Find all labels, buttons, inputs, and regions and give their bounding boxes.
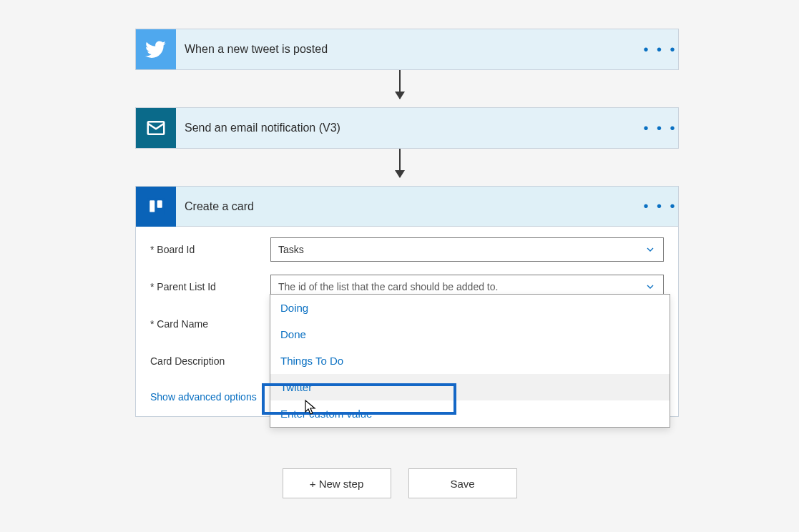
- step-title: Create a card: [176, 200, 642, 213]
- parent-list-placeholder: The id of the list that the card should …: [278, 281, 498, 292]
- field-label: * Parent List Id: [150, 281, 270, 292]
- step-twitter-trigger[interactable]: When a new tweet is posted • • •: [135, 29, 679, 70]
- dropdown-item-custom[interactable]: Enter custom value: [270, 400, 670, 427]
- dropdown-item-doing[interactable]: Doing: [270, 295, 670, 321]
- parent-list-dropdown: Doing Done Things To Do Twitter Enter cu…: [270, 294, 670, 428]
- twitter-icon: [136, 29, 176, 69]
- mail-icon: [136, 108, 176, 148]
- step-header[interactable]: Send an email notification (V3) • • •: [136, 108, 678, 148]
- step-menu-button[interactable]: • • •: [642, 198, 678, 215]
- dropdown-item-twitter[interactable]: Twitter: [270, 374, 670, 400]
- dropdown-item-things-to-do[interactable]: Things To Do: [270, 348, 670, 374]
- chevron-down-icon: [644, 244, 656, 255]
- dropdown-item-done[interactable]: Done: [270, 321, 670, 348]
- field-label: * Board Id: [150, 244, 270, 255]
- step-menu-button[interactable]: • • •: [642, 120, 678, 137]
- save-button[interactable]: Save: [408, 468, 517, 498]
- svg-rect-3: [157, 200, 162, 208]
- step-send-email[interactable]: Send an email notification (V3) • • •: [135, 107, 679, 149]
- field-label: * Card Name: [150, 318, 270, 330]
- new-step-button[interactable]: + New step: [283, 468, 391, 498]
- step-menu-button[interactable]: • • •: [642, 41, 678, 58]
- step-title: Send an email notification (V3): [176, 122, 642, 134]
- step-header[interactable]: Create a card • • •: [136, 187, 678, 227]
- field-label: Card Description: [150, 355, 270, 367]
- chevron-down-icon: [644, 281, 656, 292]
- step-title: When a new tweet is posted: [176, 43, 642, 56]
- trello-icon: [136, 187, 176, 227]
- flow-arrow: [399, 149, 401, 177]
- svg-rect-2: [149, 200, 155, 212]
- flow-arrow: [399, 70, 401, 99]
- board-id-select[interactable]: Tasks: [270, 237, 664, 262]
- step-header[interactable]: When a new tweet is posted • • •: [136, 29, 678, 69]
- field-board-id-row: * Board Id Tasks: [150, 237, 664, 262]
- footer-buttons: + New step Save: [283, 468, 517, 498]
- board-id-value: Tasks: [278, 244, 304, 255]
- show-advanced-options-link[interactable]: Show advanced options: [150, 391, 257, 403]
